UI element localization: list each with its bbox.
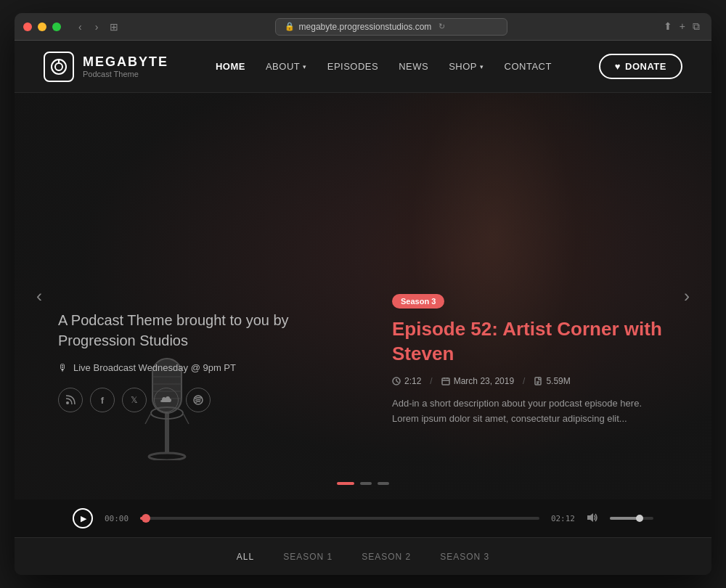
nav-about[interactable]: ABOUT ▾ bbox=[266, 61, 307, 72]
live-broadcast-badge: 🎙 Live Broadcast Wednesday @ 9pm PT bbox=[58, 362, 290, 373]
logo-icon bbox=[44, 52, 74, 82]
logo-area: MEGABYTE Podcast Theme bbox=[44, 52, 168, 82]
hero-next-button[interactable]: › bbox=[674, 283, 700, 309]
volume-fill bbox=[610, 517, 639, 520]
close-button[interactable] bbox=[23, 23, 32, 31]
season-badge: Season 3 bbox=[392, 294, 444, 309]
volume-bar[interactable] bbox=[610, 517, 653, 520]
play-button[interactable]: ▶ bbox=[73, 508, 93, 528]
hero-right-content: Season 3 Episode 52: Artist Corner with … bbox=[392, 294, 668, 427]
svg-line-12 bbox=[183, 413, 189, 424]
svg-line-17 bbox=[396, 381, 399, 383]
filter-season2[interactable]: SEASON 2 bbox=[362, 552, 411, 562]
maximize-button[interactable] bbox=[52, 23, 61, 31]
nav-episodes[interactable]: EPISODES bbox=[327, 61, 378, 72]
hero-prev-button[interactable]: ‹ bbox=[26, 283, 52, 309]
twitter-icon[interactable]: 𝕏 bbox=[122, 388, 147, 412]
svg-point-13 bbox=[66, 401, 69, 404]
grid-icon: ⊞ bbox=[110, 21, 118, 33]
filesize-meta: 5.59M bbox=[534, 376, 570, 386]
audio-player: ▶ 00:00 02:12 bbox=[15, 499, 711, 537]
facebook-icon[interactable]: f bbox=[90, 388, 115, 412]
site-header: MEGABYTE Podcast Theme HOME ABOUT ▾ EPIS… bbox=[15, 41, 711, 93]
slide-dot-1[interactable] bbox=[337, 482, 354, 485]
episode-title: Episode 52: Artist Corner with Steven bbox=[392, 317, 668, 367]
back-button[interactable]: ‹ bbox=[76, 20, 85, 34]
reload-icon[interactable]: ↻ bbox=[439, 22, 445, 31]
hero-section: ‹ › A Podcast Theme brought to you by Pr… bbox=[15, 93, 711, 499]
website-content: MEGABYTE Podcast Theme HOME ABOUT ▾ EPIS… bbox=[15, 41, 711, 575]
progress-fill bbox=[140, 517, 146, 520]
volume-icon[interactable] bbox=[587, 513, 598, 525]
svg-point-4 bbox=[149, 453, 185, 460]
lock-icon: 🔒 bbox=[285, 22, 295, 31]
hero-tagline: A Podcast Theme brought to you by Progre… bbox=[58, 310, 290, 351]
filter-season3[interactable]: SEASON 3 bbox=[440, 552, 489, 562]
site-subtitle: Podcast Theme bbox=[83, 70, 168, 78]
svg-line-11 bbox=[145, 413, 151, 424]
url-text: megabyte.progressionstudios.com bbox=[299, 22, 432, 32]
duration-meta: 2:12 bbox=[392, 376, 421, 386]
nav-news[interactable]: NEWS bbox=[399, 61, 428, 72]
filter-bar: ALL SEASON 1 SEASON 2 SEASON 3 bbox=[15, 537, 711, 575]
minimize-button[interactable] bbox=[38, 23, 46, 31]
nav-contact[interactable]: CONTACT bbox=[505, 61, 552, 72]
chevron-down-icon: ▾ bbox=[480, 63, 484, 70]
donate-button[interactable]: ♥ DONATE bbox=[599, 54, 682, 79]
progress-bar[interactable] bbox=[140, 517, 539, 520]
forward-button[interactable]: › bbox=[92, 20, 102, 34]
current-time: 00:00 bbox=[105, 514, 129, 523]
tab-icon[interactable]: ⧉ bbox=[693, 20, 700, 33]
spotify-icon[interactable] bbox=[186, 388, 211, 412]
date-meta: March 23, 2019 bbox=[441, 376, 514, 386]
episode-description: Add-in a short description about your po… bbox=[392, 396, 668, 427]
nav-shop[interactable]: SHOP ▾ bbox=[449, 61, 484, 72]
mic-icon: 🎙 bbox=[58, 362, 68, 373]
heart-icon: ♥ bbox=[615, 61, 621, 72]
filter-season1[interactable]: SEASON 1 bbox=[283, 552, 333, 562]
hero-left-content: A Podcast Theme brought to you by Progre… bbox=[58, 310, 290, 412]
svg-marker-25 bbox=[587, 513, 593, 522]
add-tab-icon[interactable]: + bbox=[680, 20, 685, 33]
chevron-down-icon: ▾ bbox=[303, 63, 307, 70]
episode-meta: 2:12 / March 23, 2019 / bbox=[392, 376, 668, 386]
share-icon[interactable]: ⬆ bbox=[664, 20, 672, 33]
main-navigation: HOME ABOUT ▾ EPISODES NEWS SHOP ▾ CONTAC… bbox=[216, 61, 552, 72]
total-time: 02:12 bbox=[551, 514, 575, 523]
browser-nav: ‹ › bbox=[76, 20, 101, 34]
slide-dot-3[interactable] bbox=[378, 482, 389, 485]
social-icons-row: f 𝕏 bbox=[58, 388, 290, 412]
browser-actions: ⬆ + ⧉ bbox=[664, 20, 700, 33]
soundcloud-icon[interactable] bbox=[154, 388, 179, 412]
svg-point-1 bbox=[55, 63, 62, 70]
svg-rect-18 bbox=[442, 378, 449, 385]
volume-thumb bbox=[636, 515, 643, 522]
site-title: MEGABYTE bbox=[83, 54, 168, 70]
address-bar[interactable]: 🔒 megabyte.progressionstudios.com ↻ bbox=[275, 18, 507, 36]
logo-text: MEGABYTE Podcast Theme bbox=[83, 54, 168, 78]
svg-rect-3 bbox=[165, 409, 169, 453]
browser-titlebar: ‹ › ⊞ 🔒 megabyte.progressionstudios.com … bbox=[15, 13, 711, 41]
browser-window: ‹ › ⊞ 🔒 megabyte.progressionstudios.com … bbox=[15, 13, 711, 575]
rss-icon[interactable] bbox=[58, 388, 83, 412]
filter-all[interactable]: ALL bbox=[237, 552, 254, 562]
slider-dots bbox=[337, 482, 389, 485]
address-bar-area: 🔒 megabyte.progressionstudios.com ↻ bbox=[124, 18, 657, 36]
nav-home[interactable]: HOME bbox=[216, 61, 245, 72]
slide-dot-2[interactable] bbox=[360, 482, 372, 485]
progress-thumb bbox=[142, 514, 150, 523]
